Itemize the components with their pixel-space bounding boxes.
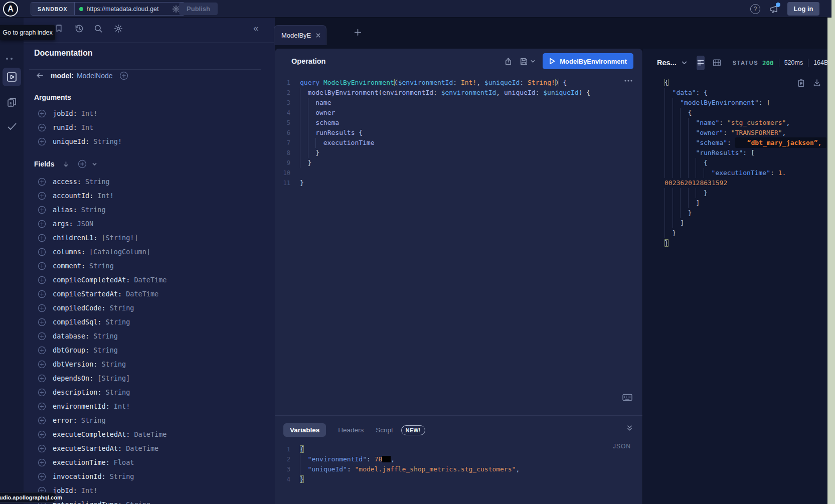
graph-index-icon[interactable] xyxy=(6,58,13,60)
field-name: materializedType: xyxy=(53,500,122,504)
doc-field-row[interactable]: dbtGroup:String xyxy=(24,343,275,357)
collapse-variables-icon[interactable] xyxy=(626,424,633,432)
line-number: 2 xyxy=(275,454,300,464)
doc-field-row[interactable]: dbtVersion:String xyxy=(24,357,275,371)
doc-field-row[interactable]: accountId:Int! xyxy=(24,189,275,203)
add-field-icon[interactable] xyxy=(38,374,46,383)
add-field-icon[interactable] xyxy=(38,234,46,242)
login-button[interactable]: Log in xyxy=(787,2,819,16)
breadcrumb-field-name: model: xyxy=(51,72,74,80)
settings-gear-icon[interactable] xyxy=(114,24,123,33)
add-field-icon[interactable] xyxy=(38,304,46,312)
doc-field-row[interactable]: childrenL1:[String!] xyxy=(24,231,275,245)
share-operation-icon[interactable] xyxy=(504,57,513,66)
doc-field-row[interactable]: compileStartedAt:DateTime xyxy=(24,287,275,301)
add-field-icon[interactable] xyxy=(38,360,46,369)
doc-field-row[interactable]: uniqueId:String! xyxy=(24,134,275,148)
schema-diff-rail-icon[interactable] xyxy=(3,93,21,111)
add-field-icon[interactable] xyxy=(38,290,46,298)
doc-field-row[interactable]: description:String xyxy=(24,385,275,399)
add-field-icon[interactable] xyxy=(38,318,46,326)
endpoint-url-value[interactable]: https://metadata.cloud.get xyxy=(87,6,169,13)
add-field-icon[interactable] xyxy=(38,137,46,146)
add-field-icon[interactable] xyxy=(38,472,46,481)
add-field-icon[interactable] xyxy=(38,109,46,118)
add-field-icon[interactable] xyxy=(38,458,46,467)
doc-field-row[interactable]: comment:String xyxy=(24,259,275,273)
table-view-icon[interactable] xyxy=(713,59,721,67)
add-field-icon[interactable] xyxy=(119,71,128,80)
fields-list: access:StringaccountId:Int!alias:Stringa… xyxy=(24,175,275,504)
add-field-icon[interactable] xyxy=(38,430,46,439)
line-number: 3 xyxy=(275,98,300,108)
operation-tab[interactable]: ModelByEnvi... xyxy=(274,25,326,45)
json-view-toggle-icon[interactable] xyxy=(697,56,705,70)
operation-panel: Operation ModelByEnvironment 1query Mode… xyxy=(275,49,642,504)
save-operation-group[interactable] xyxy=(520,57,536,66)
back-arrow-icon[interactable] xyxy=(36,71,44,80)
doc-field-row[interactable]: runId:Int xyxy=(24,120,275,134)
add-field-icon[interactable] xyxy=(38,248,46,256)
close-tab-icon[interactable] xyxy=(315,33,321,38)
field-type: [CatalogColumn] xyxy=(89,248,150,256)
doc-field-row[interactable]: database:String xyxy=(24,329,275,343)
tab-script[interactable]: Script xyxy=(376,426,393,434)
doc-field-row[interactable]: executeCompletedAt:DateTime xyxy=(24,427,275,441)
apollo-logo-icon[interactable]: A xyxy=(3,2,18,17)
checks-rail-icon[interactable] xyxy=(3,117,21,135)
operation-code-editor[interactable]: 1query ModelByEnvironment($environmentId… xyxy=(275,78,642,188)
tab-headers[interactable]: Headers xyxy=(338,426,364,434)
history-icon[interactable] xyxy=(75,24,84,33)
response-dropdown-chevron-icon[interactable] xyxy=(681,60,688,66)
doc-field-row[interactable]: args:JSON xyxy=(24,217,275,231)
search-icon[interactable] xyxy=(94,24,103,33)
response-json[interactable]: {"data": {"modelByEnvironment": [{"name"… xyxy=(664,78,826,248)
add-field-icon[interactable] xyxy=(38,220,46,228)
bookmark-icon[interactable] xyxy=(55,24,63,33)
doc-field-row[interactable]: compiledSql:String xyxy=(24,315,275,329)
collapse-sidebar-icon[interactable]: « xyxy=(253,23,259,34)
breadcrumb-type-link[interactable]: ModelNode xyxy=(77,72,113,80)
field-name: database: xyxy=(53,332,89,340)
add-field-icon[interactable] xyxy=(38,388,46,397)
fields-options-chevron-icon[interactable] xyxy=(92,161,97,167)
keyboard-shortcuts-icon[interactable] xyxy=(622,394,632,401)
add-field-icon[interactable] xyxy=(38,123,46,132)
doc-field-row[interactable]: environmentId:Int! xyxy=(24,399,275,413)
help-icon[interactable]: ? xyxy=(750,4,760,14)
variables-code-editor[interactable]: 1{2"environmentId": 78,3"uniqueId": "mod… xyxy=(275,444,642,484)
doc-field-row[interactable]: executionTime:Float xyxy=(24,455,275,469)
add-field-icon[interactable] xyxy=(38,262,46,270)
doc-field-row[interactable]: jobId:Int! xyxy=(24,106,275,120)
publish-button[interactable]: Publish xyxy=(179,3,218,15)
code-line: } xyxy=(664,188,826,198)
doc-field-row[interactable]: dependsOn:[String] xyxy=(24,371,275,385)
doc-field-row[interactable]: compileCompletedAt:DateTime xyxy=(24,273,275,287)
doc-field-row[interactable]: columns:[CatalogColumn] xyxy=(24,245,275,259)
announcements-megaphone-icon[interactable] xyxy=(769,5,779,14)
arguments-title: Arguments xyxy=(34,93,71,101)
doc-field-row[interactable]: access:String xyxy=(24,175,275,189)
tab-variables[interactable]: Variables xyxy=(283,423,326,437)
add-field-icon[interactable] xyxy=(38,276,46,284)
explorer-rail-icon[interactable] xyxy=(3,68,21,86)
add-field-icon[interactable] xyxy=(38,192,46,200)
add-field-icon[interactable] xyxy=(38,402,46,411)
doc-field-row[interactable]: error:String xyxy=(24,413,275,427)
run-operation-button[interactable]: ModelByEnvironment xyxy=(543,53,633,69)
add-field-icon[interactable] xyxy=(38,346,46,355)
add-field-icon[interactable] xyxy=(38,206,46,214)
add-all-fields-icon[interactable] xyxy=(78,159,87,169)
add-field-icon[interactable] xyxy=(38,178,46,186)
endpoint-url-input[interactable]: https://metadata.cloud.get xyxy=(75,3,185,15)
doc-field-row[interactable]: compiledCode:String xyxy=(24,301,275,315)
add-field-icon[interactable] xyxy=(38,444,46,453)
new-tab-icon[interactable] xyxy=(354,28,362,37)
doc-field-row[interactable]: invocationId:String xyxy=(24,469,275,483)
add-field-icon[interactable] xyxy=(38,416,46,425)
add-field-icon[interactable] xyxy=(38,332,46,341)
doc-field-row[interactable]: executeStartedAt:DateTime xyxy=(24,441,275,455)
doc-field-row[interactable]: alias:String xyxy=(24,203,275,217)
field-type: String xyxy=(110,304,134,312)
sort-fields-icon[interactable] xyxy=(62,160,70,168)
